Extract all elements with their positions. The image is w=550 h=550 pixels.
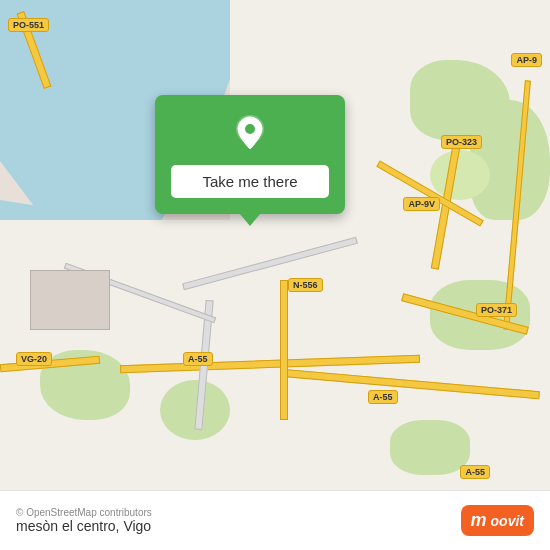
road-label-n556: N-556 [288, 278, 323, 292]
road-label-po551: PO-551 [8, 18, 49, 32]
road-label-po371: PO-371 [476, 303, 517, 317]
harbor-area [30, 270, 110, 330]
road-label-po323: PO-323 [441, 135, 482, 149]
take-me-there-button[interactable]: Take me there [171, 165, 329, 198]
location-pin-icon [228, 111, 272, 155]
road-label-ap9: AP-9 [511, 53, 542, 67]
place-name: mesòn el centro, Vigo [16, 518, 152, 534]
road-label-vg20: VG-20 [16, 352, 52, 366]
moovit-text: oovit [491, 513, 524, 529]
popup-card: Take me there [155, 95, 345, 214]
map-attribution: © OpenStreetMap contributors [16, 507, 152, 518]
moovit-m-letter: m [471, 510, 487, 531]
bottom-bar: © OpenStreetMap contributors mesòn el ce… [0, 490, 550, 550]
road-label-ap9v: AP-9V [403, 197, 440, 211]
road-n556 [280, 280, 288, 420]
green-area-6 [430, 150, 490, 200]
bottom-left: © OpenStreetMap contributors mesòn el ce… [16, 507, 152, 534]
moovit-logo[interactable]: m oovit [461, 505, 534, 536]
road-label-a55: A-55 [183, 352, 213, 366]
road-label-a55b: A-55 [368, 390, 398, 404]
road-label-a55c: A-55 [460, 465, 490, 479]
green-area-5 [390, 420, 470, 475]
svg-point-1 [245, 124, 255, 134]
map-container: PO-551 PO-323 AP-9V N-556 A-55 A-55 A-55… [0, 0, 550, 490]
